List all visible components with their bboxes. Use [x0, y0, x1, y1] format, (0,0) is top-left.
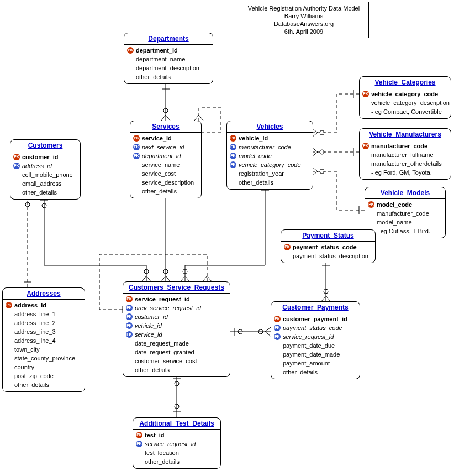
foreign-key-icon: FK [273, 333, 281, 341]
foreign-key-icon: FK [125, 313, 133, 321]
entity-body: PKcustomer_payment_idFKpayment_status_co… [271, 313, 360, 379]
attribute-name: test_id [145, 431, 164, 439]
entity-body: PKpayment_status_codepayment_status_desc… [281, 242, 375, 263]
svg-line-31 [146, 276, 151, 281]
attribute-name: model_code [377, 201, 412, 208]
foreign-key-icon: FK [133, 152, 140, 160]
attribute-name: service_name [142, 161, 180, 169]
attribute-name: department_id [136, 46, 178, 54]
svg-line-30 [142, 276, 146, 281]
attribute-name: other_details [239, 179, 273, 186]
attribute-row: PKmanufacturer_code [362, 142, 448, 150]
attribute-row: payment_status_description [283, 252, 373, 260]
primary-key-icon: PK [125, 295, 133, 303]
attribute-row: FKmanufacturer_code [229, 143, 310, 151]
attribute-name: payment_date_due [283, 342, 335, 349]
svg-line-6 [194, 115, 199, 121]
attribute-name: other_details [283, 368, 318, 376]
attribute-row: FKservice_request_id [273, 332, 357, 341]
title-line: 6th. April 2009 [244, 28, 364, 35]
attribute-row: payment_date_due [273, 341, 357, 350]
svg-point-42 [324, 289, 328, 294]
attribute-row: PKservice_request_id [125, 295, 228, 304]
attribute-name: address_line_3 [14, 328, 56, 336]
entity-addresses: Addresses PKaddress_idaddress_line_1addr… [2, 287, 85, 392]
attribute-row: FKnext_service_id [133, 143, 199, 151]
attribute-row: registration_year [229, 169, 310, 178]
attribute-name: customer_payment_id [283, 315, 347, 323]
svg-line-54 [203, 276, 207, 281]
attribute-name: service_id [135, 331, 162, 338]
svg-point-4 [163, 108, 168, 113]
entity-body: PKservice_idFKnext_service_idFKdepartmen… [130, 133, 201, 198]
attribute-name: date_request_granted [135, 348, 194, 356]
attribute-row: service_name [133, 160, 199, 169]
attribute-name: service_request_id [135, 295, 190, 303]
attribute-row: model_name [367, 218, 443, 227]
attribute-row: PKmodel_code [367, 200, 443, 209]
foreign-key-icon: FK [125, 331, 133, 338]
attribute-name: country [14, 363, 34, 371]
entity-vehicle-manufacturers: Vehicle_Manufacturers PKmanufacturer_cod… [359, 128, 451, 180]
entity-body: PKvehicle_category_codevehicle_category_… [360, 88, 451, 118]
attribute-name: payment_date_made [283, 351, 340, 358]
foreign-key-icon: FK [125, 304, 133, 312]
primary-key-icon: PK [367, 201, 375, 208]
attribute-row: payment_amount [273, 359, 357, 368]
attribute-row: FKmodel_code [229, 151, 310, 160]
svg-point-37 [25, 202, 30, 207]
entity-services: Services PKservice_idFKnext_service_idFK… [130, 121, 202, 198]
attribute-row: other_details [273, 368, 357, 376]
entity-title: Payment_Status [281, 230, 375, 242]
attribute-row: FKaddress_id [13, 161, 78, 170]
attribute-row: manufacturer_fullname [362, 150, 448, 159]
attribute-row: FKprev_service_request_id [125, 304, 228, 312]
attribute-row: date_request_made [125, 339, 228, 348]
primary-key-icon: PK [362, 90, 369, 98]
svg-point-32 [144, 269, 149, 274]
attribute-row: department_description [126, 64, 210, 72]
svg-line-14 [181, 276, 185, 281]
attribute-row: vehicle_category_description [362, 98, 448, 107]
attribute-row: service_description [133, 178, 199, 187]
svg-line-44 [265, 327, 271, 332]
entity-body: PKmodel_codemanufacturer_codemodel_name-… [365, 199, 445, 238]
primary-key-icon: PK [13, 153, 20, 161]
attribute-row: PKdepartment_id [126, 46, 210, 55]
attribute-row: PKvehicle_category_code [362, 90, 448, 98]
svg-line-7 [199, 115, 203, 121]
entity-body: PKcustomer_idFKaddress_idcell_mobile_pho… [10, 151, 80, 199]
attribute-row: FKservice_id [125, 330, 228, 339]
attribute-row: PKcustomer_id [13, 153, 78, 161]
foreign-key-icon: FK [273, 324, 281, 332]
primary-key-icon: PK [135, 431, 143, 439]
attribute-row: town_city [5, 345, 82, 354]
attribute-name: department_description [136, 64, 199, 72]
svg-point-47 [238, 329, 242, 334]
attribute-row: address_line_1 [5, 310, 82, 318]
attribute-row: - eg Compact, Convertible [362, 107, 448, 116]
attribute-name: model_code [239, 152, 272, 160]
attribute-row: other_details [133, 187, 199, 196]
entity-vehicle-models: Vehicle_Models PKmodel_codemanufacturer_… [365, 187, 446, 238]
attribute-row: PKcustomer_payment_id [273, 315, 357, 323]
entity-body: PKdepartment_iddepartment_namedepartment… [124, 45, 213, 83]
attribute-row: other_details [13, 188, 78, 197]
attribute-name: other_details [135, 366, 170, 374]
entity-title: Vehicle_Models [365, 187, 445, 199]
entity-title: Services [130, 121, 201, 133]
entity-title: Customers_Service_Requests [123, 282, 230, 294]
attribute-row: - eg Cutlass, T-Bird. [367, 227, 443, 236]
attribute-row: address_line_2 [5, 318, 82, 327]
attribute-name: manufacturer_otherdetails [371, 160, 442, 168]
attribute-name: address_line_1 [14, 310, 56, 318]
attribute-row: customer_service_cost [125, 357, 228, 365]
svg-line-11 [166, 276, 170, 281]
attribute-name: vehicle_category_code [371, 90, 438, 98]
attribute-name: department_name [136, 55, 185, 63]
attribute-name: customer_id [135, 313, 168, 321]
attribute-row: other_details [229, 178, 310, 187]
attribute-name: customer_service_cost [135, 357, 197, 365]
attribute-name: vehicle_category_description [371, 99, 450, 107]
attribute-name: manufacturer_code [239, 143, 291, 151]
